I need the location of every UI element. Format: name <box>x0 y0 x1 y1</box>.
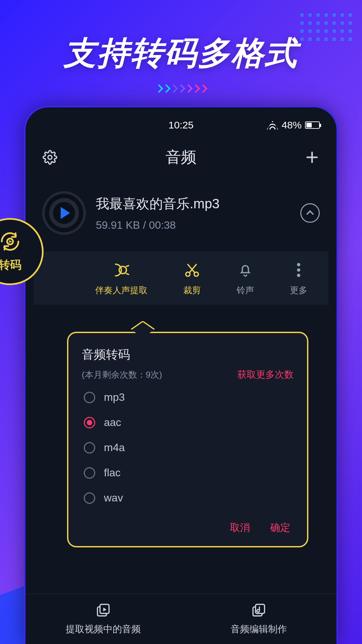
action-vocal-extract[interactable]: 伴奏人声提取 <box>95 261 147 296</box>
audio-edit-icon <box>251 603 267 619</box>
action-label: 裁剪 <box>183 284 201 296</box>
add-button[interactable] <box>304 150 320 165</box>
svg-point-0 <box>48 155 52 159</box>
scissors-icon <box>184 261 200 279</box>
action-more[interactable]: 更多 <box>290 261 307 296</box>
battery-percent: 48% <box>282 119 302 131</box>
transcode-label: 转码 <box>0 257 21 273</box>
action-ringtone[interactable]: 铃声 <box>237 261 254 296</box>
confirm-button[interactable]: 确定 <box>270 521 290 535</box>
bell-icon <box>237 261 253 279</box>
collapse-button[interactable] <box>300 203 320 223</box>
disc-play-icon[interactable] <box>42 191 86 235</box>
tab-audio-edit[interactable]: 音频编辑制作 <box>181 594 337 644</box>
action-trim[interactable]: 裁剪 <box>183 261 201 296</box>
transcode-icon <box>0 230 21 254</box>
svg-point-1 <box>119 266 126 274</box>
audio-item[interactable]: 我最喜欢的音乐.mp3 59.91 KB / 00:38 <box>34 191 328 235</box>
navbar: 音频 <box>34 147 328 168</box>
battery-icon <box>305 121 320 129</box>
vocal-extract-icon <box>113 261 130 279</box>
wifi-icon <box>267 121 278 129</box>
status-bar: 10:25 48% <box>34 119 328 131</box>
phone-frame: 10:25 48% 音频 我最喜欢的音乐.mp3 59.91 KB / 00:3… <box>25 107 337 644</box>
settings-button[interactable] <box>42 150 58 165</box>
action-row: 伴奏人声提取 裁剪 铃声 更多 <box>34 252 328 305</box>
action-label: 铃声 <box>237 284 254 296</box>
tab-extract-audio[interactable]: 提取视频中的音频 <box>25 594 181 644</box>
radio-flac[interactable]: flac <box>84 467 294 479</box>
tab-label: 提取视频中的音频 <box>66 623 141 636</box>
dialog-title: 音频转码 <box>82 346 294 363</box>
bottom-tabs: 提取视频中的音频 音频编辑制作 <box>25 594 337 644</box>
svg-point-4 <box>297 263 300 266</box>
svg-point-5 <box>297 268 300 272</box>
radio-aac[interactable]: aac <box>84 416 294 429</box>
radio-m4a[interactable]: m4a <box>84 441 294 454</box>
decorative-chevrons <box>156 86 206 92</box>
audio-filename: 我最喜欢的音乐.mp3 <box>96 195 290 213</box>
more-icon <box>296 261 301 279</box>
page-title: 音频 <box>166 147 196 168</box>
svg-point-6 <box>297 274 300 277</box>
transcode-dialog: 音频转码 (本月剩余次数：9次) 获取更多次数 mp3 aac m4a flac… <box>67 332 308 547</box>
radio-wav[interactable]: wav <box>84 492 294 504</box>
radio-mp3[interactable]: mp3 <box>84 391 294 404</box>
get-more-link[interactable]: 获取更多次数 <box>237 368 294 381</box>
status-time: 10:25 <box>168 119 193 131</box>
audio-meta: 59.91 KB / 00:38 <box>96 219 290 231</box>
action-label: 伴奏人声提取 <box>95 284 147 296</box>
format-radio-list: mp3 aac m4a flac wav <box>82 391 294 504</box>
action-label: 更多 <box>290 284 307 296</box>
cancel-button[interactable]: 取消 <box>230 521 250 535</box>
tab-label: 音频编辑制作 <box>231 623 287 636</box>
remaining-count: (本月剩余次数：9次) <box>82 369 162 381</box>
extract-video-icon <box>95 603 111 619</box>
hero-title: 支持转码多格式 <box>0 32 362 75</box>
